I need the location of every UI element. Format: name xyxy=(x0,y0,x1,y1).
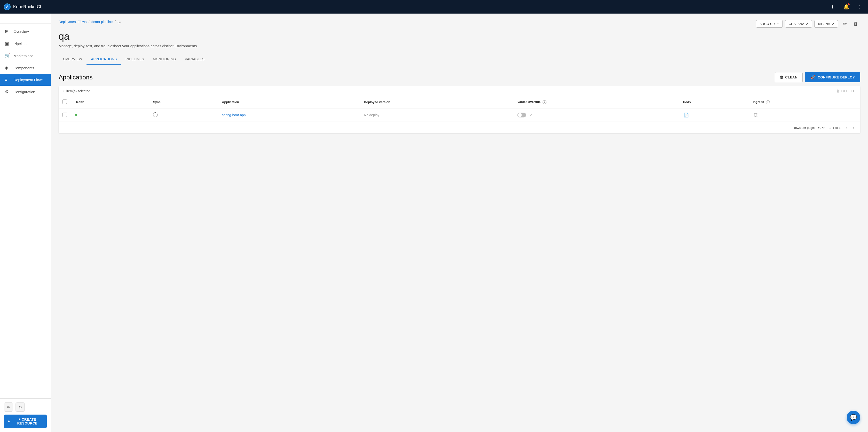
row-pods-cell: 📄 xyxy=(679,108,749,122)
list-icon: ≡ xyxy=(5,77,10,82)
argo-cd-label: ARGO CD xyxy=(760,22,775,26)
pods-file-icon[interactable]: 📄 xyxy=(683,112,689,118)
header-application: Application xyxy=(218,96,360,108)
values-override-toggle[interactable] xyxy=(517,112,526,118)
breadcrumb-qa: qa xyxy=(118,20,121,24)
tab-monitoring[interactable]: MONITORING xyxy=(149,54,181,65)
trash-clean-icon: 🗑 xyxy=(780,75,783,79)
tabs-bar: OVERVIEW APPLICATIONS PIPELINES MONITORI… xyxy=(59,54,860,65)
sidebar-item-label: Deployment Flows xyxy=(13,78,43,82)
sidebar-item-label: Marketplace xyxy=(13,54,33,58)
header-checkbox-cell xyxy=(59,96,71,108)
header-values-override: Values override i xyxy=(514,96,679,108)
tab-pipelines[interactable]: PIPELINES xyxy=(121,54,149,65)
grid-icon: ⊞ xyxy=(5,29,10,34)
table-toolbar: 0 item(s) selected 🗑 DELETE xyxy=(59,86,860,96)
rows-per-page: Rows per page: 50 25 10 xyxy=(793,126,825,130)
info-button[interactable]: ℹ xyxy=(828,2,837,11)
breadcrumb-demo-pipeline[interactable]: demo-pipeline xyxy=(91,20,113,24)
sidebar-bottom: ✏ ⚙ + + CREATE RESOURCE xyxy=(0,398,51,432)
pagination: Rows per page: 50 25 10 1–1 of 1 ‹ › xyxy=(59,122,860,133)
row-checkbox[interactable] xyxy=(63,112,67,117)
ingress-info-icon[interactable]: i xyxy=(766,100,770,104)
navbar: KubeRocketCI ℹ 🔔 ⋮ xyxy=(0,0,868,13)
sidebar-item-components[interactable]: ◈ Components xyxy=(0,62,51,74)
more-vert-icon: ⋮ xyxy=(857,4,862,10)
navbar-right: ℹ 🔔 ⋮ xyxy=(828,2,864,11)
values-override-external-icon[interactable]: ↗ xyxy=(528,112,533,118)
notifications-button[interactable]: 🔔 xyxy=(842,2,850,11)
kibana-label: KIBANA xyxy=(818,22,830,26)
configure-deploy-label: CONFIGURE DEPLOY xyxy=(818,75,855,79)
settings-icon: ⚙ xyxy=(19,405,22,409)
next-page-button[interactable]: › xyxy=(852,125,856,131)
argo-cd-button[interactable]: ARGO CD ↗ xyxy=(756,20,783,28)
svg-point-1 xyxy=(7,5,8,6)
header-ingress: Ingress i xyxy=(749,96,860,108)
applications-table-container: 0 item(s) selected 🗑 DELETE Health xyxy=(59,86,860,133)
create-resource-label: + CREATE RESOURCE xyxy=(12,418,43,425)
configure-deploy-button[interactable]: 🚀 CONFIGURE DEPLOY xyxy=(805,72,860,82)
delete-page-button[interactable]: 🗑 xyxy=(851,20,860,28)
section-actions: 🗑 CLEAN 🚀 CONFIGURE DEPLOY xyxy=(775,72,860,82)
rows-per-page-select[interactable]: 50 25 10 xyxy=(817,126,825,130)
edit-icon-button[interactable]: ✏ xyxy=(4,402,13,412)
row-sync-cell xyxy=(149,108,218,122)
sidebar-item-pipelines[interactable]: ▣ Pipelines xyxy=(0,37,51,49)
cart-icon: 🛒 xyxy=(5,53,10,58)
tab-applications[interactable]: APPLICATIONS xyxy=(87,54,121,65)
sidebar-item-configuration[interactable]: ⚙ Configuration xyxy=(0,86,51,98)
application-link[interactable]: spring-boot-app xyxy=(222,113,246,117)
more-options-button[interactable]: ⋮ xyxy=(856,2,864,11)
logo-icon xyxy=(4,3,11,10)
select-all-checkbox[interactable] xyxy=(63,100,67,104)
page-title-block: qa Manage, deploy, test, and troubleshoo… xyxy=(59,31,860,48)
settings-icon-button[interactable]: ⚙ xyxy=(16,402,25,412)
sidebar-item-label: Pipelines xyxy=(13,42,28,46)
edit-page-button[interactable]: ✏ xyxy=(840,20,849,28)
values-override-info-icon[interactable]: i xyxy=(542,100,547,104)
ingress-image-icon[interactable]: 🖼 xyxy=(753,112,758,118)
trash-icon: 🗑 xyxy=(854,21,858,27)
chevron-left-icon: ‹ xyxy=(45,16,47,20)
row-health-cell: ♥ xyxy=(71,108,149,122)
row-application-cell: spring-boot-app xyxy=(218,108,360,122)
applications-title: Applications xyxy=(59,74,93,81)
chat-fab-button[interactable]: 💬 xyxy=(847,411,860,424)
sidebar-item-overview[interactable]: ⊞ Overview xyxy=(0,26,51,37)
table-header: Health Sync Application Deployed version xyxy=(59,96,860,108)
external-link-icon-3: ↗ xyxy=(832,22,834,26)
tab-variables[interactable]: VARIABLES xyxy=(181,54,209,65)
no-deploy-text: No deploy xyxy=(364,113,379,117)
clean-label: CLEAN xyxy=(785,75,798,79)
header-health: Health xyxy=(71,96,149,108)
sidebar-item-deployment-flows[interactable]: ≡ Deployment Flows xyxy=(0,74,51,86)
sidebar-bottom-icons: ✏ ⚙ xyxy=(4,402,47,412)
create-resource-button[interactable]: + + CREATE RESOURCE xyxy=(4,414,47,428)
pencil-icon: ✏ xyxy=(7,405,10,409)
chat-icon: 💬 xyxy=(850,414,857,421)
header-actions: ARGO CD ↗ GRAFANA ↗ KIBANA ↗ ✏ 🗑 xyxy=(756,20,860,28)
applications-table: Health Sync Application Deployed version xyxy=(59,96,860,122)
row-deployed-version-cell: No deploy xyxy=(360,108,514,122)
app-body: ‹ ⊞ Overview ▣ Pipelines 🛒 Marketplace ◈… xyxy=(0,13,868,432)
page-title: qa xyxy=(59,31,860,42)
tab-overview[interactable]: OVERVIEW xyxy=(59,54,87,65)
sidebar-nav: ⊞ Overview ▣ Pipelines 🛒 Marketplace ◈ C… xyxy=(0,24,51,398)
clean-button[interactable]: 🗑 CLEAN xyxy=(775,72,803,82)
kibana-button[interactable]: KIBANA ↗ xyxy=(814,20,838,28)
prev-page-button[interactable]: ‹ xyxy=(844,125,848,131)
breadcrumb-deployment-flows[interactable]: Deployment Flows xyxy=(59,20,87,24)
sidebar-collapse-button[interactable]: ‹ xyxy=(0,13,51,24)
delete-icon: 🗑 xyxy=(836,89,840,93)
selected-count: 0 item(s) selected xyxy=(63,89,90,93)
main-content: Deployment Flows / demo-pipeline / qa AR… xyxy=(51,13,868,432)
grafana-button[interactable]: GRAFANA ↗ xyxy=(785,20,812,28)
table-body: ♥ spring-boot-app No deploy xyxy=(59,108,860,122)
delete-selected-button[interactable]: 🗑 DELETE xyxy=(836,89,856,93)
sidebar-item-marketplace[interactable]: 🛒 Marketplace xyxy=(0,49,51,62)
sidebar-item-label: Configuration xyxy=(13,90,35,94)
section-header: Applications 🗑 CLEAN 🚀 CONFIGURE DEPLOY xyxy=(59,72,860,82)
bell-icon: 🔔 xyxy=(843,4,849,10)
row-checkbox-cell xyxy=(59,108,71,122)
